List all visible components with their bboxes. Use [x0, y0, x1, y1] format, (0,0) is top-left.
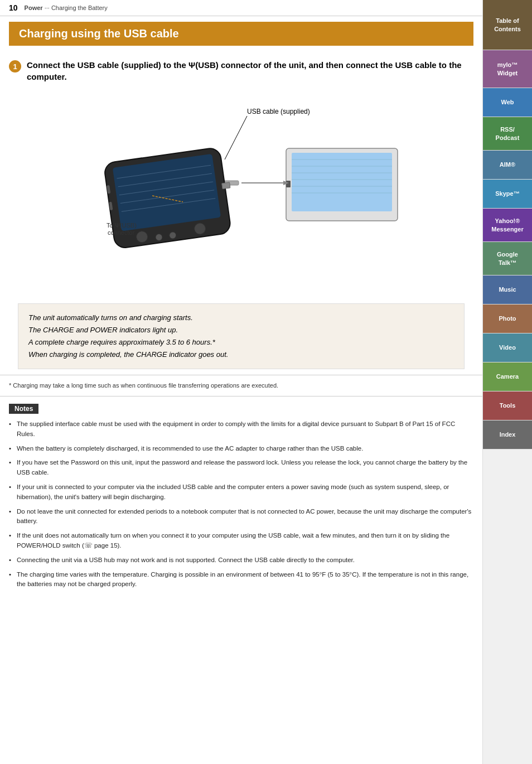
page-header: 10 Power ··· Charging the Battery	[0, 0, 482, 16]
svg-text:To Ψ(USB): To Ψ(USB)	[107, 222, 137, 229]
diagram-area: USB cable (supplied)	[9, 93, 473, 293]
sidebar-item-video[interactable]: Video	[483, 333, 532, 362]
breadcrumb: Power ··· Charging the Battery	[25, 4, 108, 11]
sidebar-label-photo: Photo	[499, 315, 516, 322]
notes-label: Notes	[9, 404, 38, 414]
sidebar-item-camera[interactable]: Camera	[483, 362, 532, 391]
notes-item-2: If you have set the Password on this uni…	[9, 458, 473, 478]
device-container: USB cable (supplied)	[74, 98, 409, 288]
svg-text:connector: connector	[108, 229, 135, 236]
usb-label-text: USB cable (supplied)	[247, 108, 310, 115]
breadcrumb-bold: Power	[25, 4, 43, 11]
sidebar-item-google[interactable]: Google Talk™	[483, 242, 532, 275]
svg-rect-2	[292, 153, 392, 211]
step1-text: Connect the USB cable (supplied) to the …	[27, 59, 473, 83]
sidebar-item-web[interactable]: Web	[483, 88, 532, 117]
svg-rect-25	[221, 182, 230, 189]
sidebar-item-aim[interactable]: AIM®	[483, 151, 532, 180]
page-number: 10	[9, 3, 18, 12]
sidebar-item-toc[interactable]: Table of Contents	[483, 0, 532, 50]
sidebar-label-rss: RSS/ Podcast	[496, 125, 520, 142]
footnote-block: * Charging may take a long time such as …	[0, 375, 482, 396]
section-title: Charging using the USB cable	[19, 27, 463, 40]
sidebar-label-aim: AIM®	[500, 161, 515, 168]
sidebar: Table of Contentsmylo™ WidgetWebRSS/ Pod…	[482, 0, 532, 764]
sidebar-item-tools[interactable]: Tools	[483, 391, 532, 420]
sidebar-item-index[interactable]: Index	[483, 420, 532, 449]
sidebar-label-video: Video	[499, 344, 516, 351]
sidebar-label-mylo: mylo™ Widget	[497, 61, 518, 77]
sidebar-label-tools: Tools	[500, 402, 516, 409]
step1-header: 1 Connect the USB cable (supplied) to th…	[9, 59, 473, 83]
section-title-box: Charging using the USB cable	[9, 22, 473, 46]
sidebar-label-camera: Camera	[496, 373, 519, 380]
notes-item-6: Connecting the unit via a USB hub may no…	[9, 555, 473, 565]
notes-item-1: When the battery is completely discharge…	[9, 444, 473, 454]
result-line1: The unit automatically turns on and char…	[28, 312, 454, 324]
svg-line-0	[225, 116, 247, 159]
sidebar-item-music[interactable]: Music	[483, 275, 532, 304]
sidebar-item-rss[interactable]: RSS/ Podcast	[483, 117, 532, 151]
result-line2: The CHARGE and POWER indicators light up…	[28, 324, 454, 336]
notes-block: Notes The supplied interface cable must …	[0, 396, 482, 601]
result-line3: A complete charge requires approximately…	[28, 336, 454, 349]
device-svg: USB cable (supplied)	[74, 98, 409, 288]
sidebar-label-music: Music	[499, 286, 516, 293]
notes-item-3: If your unit is connected to your comput…	[9, 482, 473, 502]
svg-rect-9	[286, 181, 291, 187]
main-content: 10 Power ··· Charging the Battery Chargi…	[0, 0, 482, 764]
notes-item-4: Do not leave the unit connected for exte…	[9, 507, 473, 527]
sidebar-item-yahoo[interactable]: Yahoo!® Messenger	[483, 209, 532, 242]
breadcrumb-sep: ···	[43, 4, 51, 11]
footnote-text: * Charging may take a long time such as …	[9, 381, 473, 390]
notes-item-5: If the unit does not automatically turn …	[9, 531, 473, 551]
sidebar-item-mylo[interactable]: mylo™ Widget	[483, 50, 532, 88]
breadcrumb-rest: Charging the Battery	[51, 4, 108, 11]
sidebar-item-photo[interactable]: Photo	[483, 304, 532, 333]
sidebar-label-web: Web	[501, 98, 514, 106]
notes-item-7: The charging time varies with the temper…	[9, 570, 473, 590]
sidebar-item-skype[interactable]: Skype™	[483, 180, 532, 209]
result-block: The unit automatically turns on and char…	[18, 303, 465, 369]
step1-number: 1	[9, 60, 21, 72]
notes-list: The supplied interface cable must be use…	[9, 419, 473, 589]
notes-item-0: The supplied interface cable must be use…	[9, 419, 473, 439]
sidebar-label-skype: Skype™	[495, 190, 519, 197]
sidebar-label-yahoo: Yahoo!® Messenger	[491, 217, 523, 233]
sidebar-label-index: Index	[500, 431, 516, 438]
sidebar-label-toc: Table of Contents	[494, 17, 521, 33]
step1-block: 1 Connect the USB cable (supplied) to th…	[0, 51, 482, 375]
sidebar-label-google: Google Talk™	[497, 250, 518, 267]
result-line4: When charging is completed, the CHARGE i…	[28, 349, 454, 361]
